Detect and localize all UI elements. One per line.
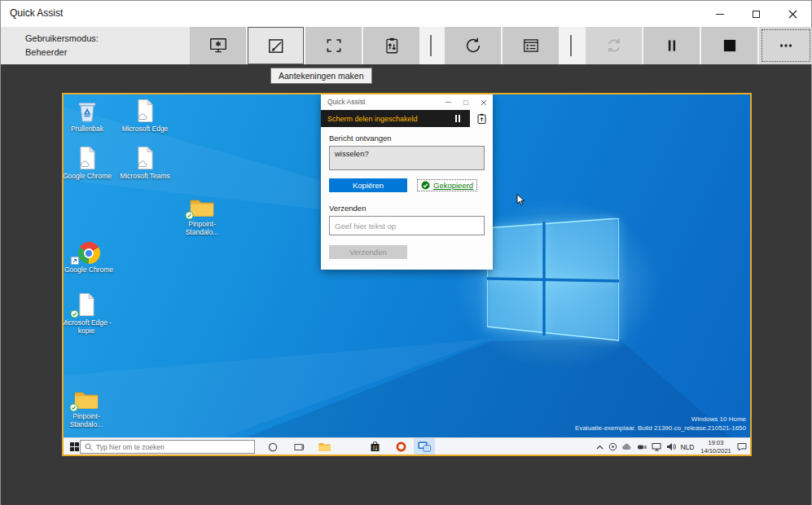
quick-assist-taskbar-button[interactable] (414, 438, 435, 455)
desktop-icon-google-chrome-doc[interactable]: Google Chrome (62, 144, 116, 180)
minimize-icon (716, 14, 724, 15)
remote-session-stage: Prullenbak Microsoft Edge Google Chrome (1, 64, 811, 505)
copy-button[interactable]: Kopiëren (329, 178, 407, 192)
message-input[interactable] (329, 216, 485, 235)
desktop-icon-microsoft-teams[interactable]: Microsoft Teams (116, 144, 173, 180)
sync-button-disabled (586, 27, 642, 64)
document-icon (77, 292, 96, 317)
action-center-icon (737, 442, 747, 451)
instruction-screen-button[interactable] (190, 27, 246, 64)
stop-sharing-button[interactable] (701, 27, 757, 64)
chevron-up-icon (596, 445, 604, 450)
desktop-icon-microsoft-edge[interactable]: Microsoft Edge (116, 97, 173, 133)
windows-start-icon (69, 441, 80, 452)
fullscreen-button[interactable] (305, 27, 362, 64)
maximize-icon (753, 11, 760, 18)
search-icon (85, 443, 93, 451)
network-display-icon (652, 442, 662, 451)
minimize-button[interactable] (701, 1, 738, 27)
banner-pause-button[interactable] (455, 115, 460, 122)
store-icon (370, 441, 380, 452)
file-explorer-button[interactable] (316, 438, 332, 455)
microsoft-store-button[interactable] (366, 438, 383, 455)
copied-link[interactable]: Gekopieerd (417, 179, 477, 191)
fullscreen-icon (324, 36, 344, 55)
task-view-icon (294, 442, 305, 452)
tray-language-button[interactable]: NLD (678, 438, 696, 455)
taskbar-search[interactable] (80, 440, 255, 454)
tray-volume-button[interactable] (664, 438, 678, 455)
windows-watermark: Windows 10 Home Evaluatie-exemplaar. Bui… (575, 415, 746, 433)
quick-assist-icon (418, 441, 431, 452)
task-manager-button[interactable] (503, 27, 559, 64)
close-icon (788, 10, 797, 19)
window-title: Quick Assist (10, 7, 63, 19)
received-message-label: Bericht ontvangen (329, 134, 485, 143)
annotation-tooltip: Aantekeningen maken (270, 68, 372, 84)
sync-check-badge-icon (185, 211, 194, 220)
office-button[interactable] (393, 438, 409, 455)
tray-plug-button[interactable] (634, 438, 649, 455)
tray-chevron-button[interactable] (593, 438, 606, 455)
pause-sharing-button[interactable] (643, 27, 700, 64)
close-button[interactable] (775, 1, 811, 27)
desktop-icon-google-chrome[interactable]: Google Chrome (62, 238, 117, 274)
recycle-bin-icon (77, 99, 98, 123)
dialog-minimize-button[interactable] (439, 94, 457, 110)
chrome-icon (78, 242, 100, 264)
dialog-maximize-button[interactable] (457, 94, 475, 110)
annotation-pencil-icon (266, 36, 286, 55)
send-message-label: Verzenden (329, 204, 485, 213)
tray-status-button[interactable] (606, 438, 619, 455)
banner-clipboard-button[interactable] (470, 110, 493, 127)
tray-clock-button[interactable]: 19:03 14/10/2021 (698, 438, 734, 455)
check-circle-icon (421, 181, 430, 190)
received-message-box: wisselen? (329, 146, 485, 170)
window-titlebar: Quick Assist (1, 1, 811, 27)
desktop-icon-prullenbak[interactable]: Prullenbak (62, 97, 116, 133)
clipboard-icon (477, 113, 486, 124)
desktop-icon-microsoft-edge-kopie[interactable]: Microsoft Edge - kopie (62, 291, 115, 335)
remote-desktop-view[interactable]: Prullenbak Microsoft Edge Google Chrome (62, 93, 752, 456)
cloud-icon (621, 443, 632, 450)
document-icon (135, 146, 155, 170)
dialog-close-button[interactable] (475, 94, 493, 110)
speaker-icon (666, 442, 677, 451)
restart-button[interactable] (445, 27, 501, 64)
plug-icon (637, 443, 647, 451)
sync-icon (604, 36, 624, 55)
task-manager-icon (521, 36, 541, 55)
office-icon (396, 441, 406, 452)
more-options-button[interactable] (759, 27, 812, 64)
toolbar-separator (570, 35, 572, 56)
desktop-icon-pinpoint-folder-2[interactable]: Pinpoint-Standalo... (62, 384, 115, 428)
tray-network-button[interactable] (649, 438, 664, 455)
remote-quick-assist-dialog: Quick Assist Scherm delen ingeschakeld (321, 94, 493, 270)
clipboard-button[interactable] (363, 27, 419, 64)
action-center-button[interactable] (735, 438, 749, 455)
maximize-button[interactable] (738, 1, 775, 27)
desktop-icon-pinpoint-folder[interactable]: Pinpoint-Standalo... (173, 192, 230, 236)
search-input[interactable] (93, 443, 254, 451)
document-icon (77, 146, 97, 170)
task-view-button[interactable] (292, 438, 306, 455)
annotate-button[interactable] (248, 27, 304, 64)
quick-assist-window: Quick Assist Gebruikersmodus: Beheerder (0, 0, 812, 505)
pause-icon (662, 36, 682, 55)
user-mode-label: Gebruikersmodus: Beheerder (1, 27, 190, 64)
cortana-button[interactable] (266, 438, 280, 455)
mouse-cursor (516, 194, 526, 207)
toolbar-separator (430, 35, 432, 56)
stop-icon (720, 36, 740, 55)
tray-onedrive-button[interactable] (619, 438, 634, 455)
status-circle-icon (608, 442, 617, 451)
sharing-status-text: Scherm delen ingeschakeld (327, 115, 455, 123)
sharing-banner: Scherm delen ingeschakeld (321, 110, 493, 127)
shortcut-arrow-badge-icon (71, 257, 79, 265)
restart-icon (463, 36, 483, 55)
close-icon (481, 99, 487, 106)
sync-check-badge-icon (69, 403, 78, 412)
dialog-titlebar: Quick Assist (321, 94, 493, 110)
dialog-title: Quick Assist (327, 98, 365, 106)
file-explorer-icon (318, 442, 331, 452)
